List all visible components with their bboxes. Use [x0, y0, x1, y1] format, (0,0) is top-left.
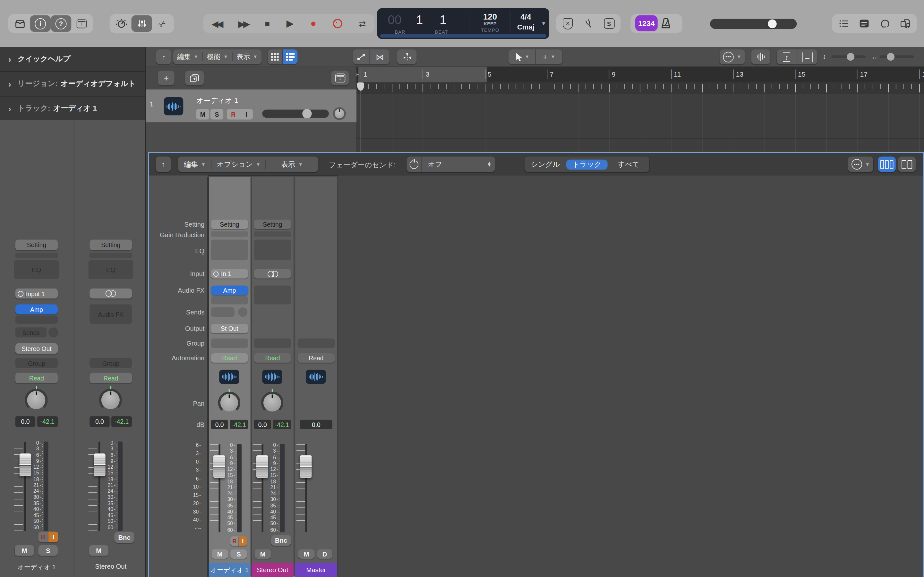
mixer-button[interactable] [132, 15, 152, 32]
library-button[interactable] [9, 15, 30, 32]
strip-nameplate[interactable]: Stereo Out [252, 563, 293, 577]
editors-button[interactable]: ✂ [152, 15, 173, 32]
smart-controls-button[interactable] [111, 15, 131, 32]
mute-button[interactable]: M [254, 550, 271, 559]
peak-value[interactable]: -42.1 [111, 416, 132, 427]
setting-button[interactable]: Setting [89, 240, 132, 250]
fader-cap[interactable] [256, 455, 268, 478]
eq-slot[interactable]: EQ [89, 260, 134, 279]
automation-mode-button[interactable]: Read [211, 353, 248, 363]
automation-mode-button[interactable]: Read [15, 373, 58, 384]
lcd-display[interactable]: 00 1 1 BAR BEAT 120 KEEP TEMPO 4/4 Cmaj … [377, 8, 549, 39]
group-slot[interactable] [298, 338, 335, 348]
replace-cycle-button[interactable]: ⇄ [359, 19, 366, 28]
pan-knob[interactable] [261, 392, 284, 414]
horizontal-zoom-thumb[interactable] [887, 53, 895, 61]
input-button[interactable] [89, 288, 132, 298]
track-mute-button[interactable]: M [196, 109, 209, 119]
track-input-monitor-button[interactable]: I [240, 109, 253, 119]
output-button[interactable]: Stereo Out [15, 343, 58, 354]
strip-nameplate[interactable]: オーディオ 1 [208, 563, 250, 577]
input-button[interactable]: In 1 [211, 269, 248, 278]
setting-button[interactable]: Setting [254, 219, 291, 229]
track-sort-button[interactable]: ↓ [331, 71, 349, 85]
track-list-empty[interactable] [146, 122, 357, 152]
fader-cap[interactable] [300, 455, 312, 478]
mixer-back-button[interactable]: ↑ [156, 157, 171, 172]
group-slot[interactable]: Group [89, 358, 132, 368]
peak-value[interactable]: -42.1 [273, 420, 291, 429]
automation-mode-button[interactable]: Read [89, 373, 132, 384]
track-options-button[interactable]: •••▼ [720, 49, 745, 64]
audio-fx-amp-button[interactable]: Amp [211, 285, 248, 295]
vertical-auto-zoom-button[interactable]: ↕ [777, 49, 796, 64]
peak-value[interactable]: -42.1 [230, 420, 248, 429]
fader-cap[interactable] [213, 455, 225, 478]
inspector-button[interactable]: i [30, 15, 51, 32]
track-record-button[interactable]: R [227, 109, 240, 119]
record-enable-button[interactable]: R [38, 532, 48, 542]
metronome-button[interactable] [659, 17, 672, 30]
eq-slot[interactable] [211, 240, 248, 260]
volume-value[interactable]: 0.0 [211, 420, 228, 429]
list-view-button[interactable] [283, 49, 298, 64]
solo-button[interactable]: S [38, 545, 58, 556]
record-enable-button[interactable]: R [230, 536, 239, 546]
audio-fx-empty-slot[interactable] [15, 316, 58, 324]
group-slot[interactable] [254, 338, 291, 348]
volume-value[interactable]: 0.0 [15, 416, 35, 427]
mute-button[interactable]: M [298, 550, 314, 559]
wide-strips-button[interactable] [898, 157, 916, 172]
narrow-strips-button[interactable] [878, 157, 896, 172]
loop-browser-button[interactable] [875, 15, 895, 32]
stop-button[interactable]: ■ [265, 19, 270, 28]
mixer-menu-view[interactable]: 表示▼ [266, 159, 318, 169]
track-lane-background[interactable] [357, 94, 924, 152]
horizontal-zoom-slider[interactable] [880, 55, 914, 58]
volume-thumb[interactable] [768, 19, 777, 29]
track-name[interactable]: オーディオ 1 [196, 96, 238, 106]
track-icon[interactable] [164, 97, 184, 115]
view-tracks-button[interactable]: トラック [566, 159, 607, 169]
mixer-options-button[interactable]: •••▼ [848, 157, 873, 172]
send-knob[interactable] [48, 327, 58, 337]
input-mode-icon[interactable] [15, 290, 26, 296]
volume-value[interactable]: 0.0 [254, 420, 271, 429]
input-button[interactable] [254, 269, 291, 278]
sends-slot[interactable] [211, 308, 234, 317]
track-icon[interactable] [262, 370, 282, 384]
sends-slot[interactable]: Sends [15, 327, 47, 337]
bounce-button[interactable]: Bnc [271, 535, 291, 546]
setting-button[interactable]: Setting [211, 219, 248, 229]
send-knob[interactable] [238, 308, 247, 317]
track-solo-button[interactable]: S [210, 109, 223, 119]
mute-button[interactable]: M [212, 550, 228, 559]
strip-name[interactable]: オーディオ 1 [5, 563, 68, 572]
menu-edit[interactable]: 編集▼ [173, 52, 203, 61]
bar-ruler[interactable]: ▶ 135791113151719 [357, 67, 924, 83]
rewind-button[interactable]: ◀◀ [212, 19, 222, 28]
mixer-strip-master[interactable]: Read 0.0 M D Master [294, 177, 338, 577]
input-mode-icon[interactable] [211, 271, 221, 277]
fader-cap[interactable] [19, 453, 31, 476]
bounce-button[interactable]: Bnc [114, 532, 134, 543]
waveform-zoom-button[interactable] [751, 49, 771, 64]
volume-value[interactable]: 0.0 [89, 416, 110, 427]
timeline-lane[interactable]: ▶ 135791113151719 [357, 67, 924, 152]
track-volume-thumb[interactable] [302, 109, 312, 118]
setting-button[interactable]: Setting [15, 240, 58, 250]
media-browser-button[interactable] [895, 15, 916, 32]
pan-knob[interactable] [25, 388, 48, 412]
audio-fx-empty-slot[interactable] [211, 296, 248, 305]
duplicate-track-button[interactable] [185, 71, 204, 85]
view-all-button[interactable]: すべて [607, 159, 649, 169]
eq-slot[interactable] [254, 240, 291, 260]
add-track-button[interactable]: + [158, 71, 174, 85]
vertical-zoom-thumb[interactable] [846, 53, 855, 61]
menu-view[interactable]: 表示▼ [233, 52, 262, 61]
track-volume-slider[interactable] [262, 110, 329, 118]
region-inspector-header[interactable]: › リージョン: オーディオデフォルト [0, 72, 145, 97]
mute-button[interactable]: M [89, 545, 108, 556]
capture-recording-button[interactable] [333, 19, 342, 28]
solo-mode-button[interactable]: S [599, 15, 619, 32]
